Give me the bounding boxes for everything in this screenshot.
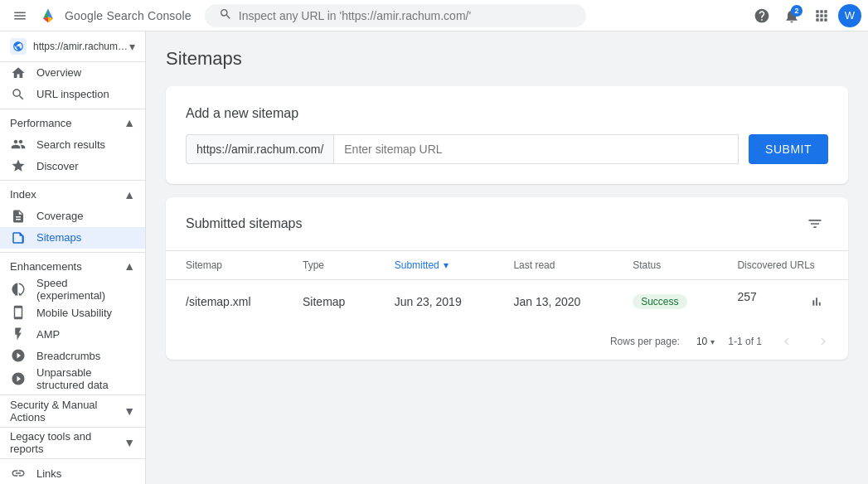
chevron-up-icon: ▲ [124,188,135,201]
col-submitted[interactable]: Submitted ▾ [375,251,494,280]
submitted-sitemaps-title: Submitted sitemaps [186,216,303,231]
app-title: Google Search Console [65,9,192,22]
star-icon [10,157,27,174]
sidebar-item-search-results[interactable]: Search results [0,133,145,155]
mobile-icon [10,304,27,321]
header-actions: 2 W [749,2,861,29]
status-badge: Success [633,294,686,309]
notifications-icon[interactable]: 2 [778,2,805,29]
submit-button[interactable]: SUBMIT [749,134,828,164]
search-icon [10,86,27,103]
chevron-down-icon: ▼ [124,404,135,418]
sidebar-item-label: Unparsable structured data [36,366,135,391]
sidebar-section-index[interactable]: Index ▲ [0,184,145,206]
apps-icon[interactable] [808,2,835,29]
sidebar-item-sitemaps[interactable]: Sitemaps [0,227,145,249]
site-url: https://amir.rachum.com/ [33,41,129,52]
chart-icon [10,136,27,152]
sidebar-item-url-inspection[interactable]: URL inspection [0,84,145,105]
submitted-sitemaps-header: Submitted sitemaps [166,197,848,251]
cell-type: Sitemap [283,280,375,324]
sitemap-url-input[interactable] [333,134,739,164]
sidebar-item-breadcrumbs[interactable]: Breadcrumbs [0,345,145,366]
search-bar[interactable] [205,4,586,27]
table-row: /sitemap.xml Sitemap Jun 23, 2019 Jan 13… [166,280,848,324]
rows-per-page-label: Rows per page: [610,336,680,347]
cell-submitted: Jun 23, 2019 [375,280,494,324]
home-icon [10,65,27,81]
unparsable-icon [10,370,27,387]
sidebar-item-discover[interactable]: Discover [0,155,145,177]
sidebar-item-mobile-usability[interactable]: Mobile Usability [0,302,145,323]
search-input[interactable] [239,9,572,22]
next-page-button[interactable] [812,330,835,353]
filter-icon[interactable] [802,211,828,237]
col-sitemap: Sitemap [166,251,283,280]
divider [0,458,145,459]
col-discovered-urls: Discovered URLs [717,251,848,280]
sidebar-item-label: Overview [36,66,81,79]
add-sitemap-card: Add a new sitemap https://amir.rachum.co… [166,86,848,184]
divider [0,252,145,253]
pagination: Rows per page: 10 ▾ 1-1 of 1 [166,323,848,360]
sidebar-item-label: Coverage [36,210,83,222]
sidebar-item-label: Speed (experimental) [36,277,135,302]
main-content: Sitemaps Add a new sitemap https://amir.… [146,31,868,484]
user-avatar[interactable]: W [838,4,861,27]
sort-arrow-icon: ▾ [444,259,449,271]
sidebar-item-label: AMP [36,328,60,341]
layout: https://amir.rachum.com/ ▾ Overview URL … [0,31,868,484]
add-sitemap-title: Add a new sitemap [186,106,828,121]
menu-icon[interactable] [7,2,33,29]
cell-sitemap: /sitemap.xml [166,280,283,324]
help-icon[interactable] [749,2,775,29]
sidebar-item-label: Search results [36,138,105,151]
col-last-read: Last read [493,251,613,280]
col-status: Status [613,251,717,280]
sidebar-section-security[interactable]: Security & Manual Actions ▼ [0,399,145,424]
chevron-down-icon: ▾ [710,337,715,346]
cell-last-read: Jan 13, 2020 [493,280,613,324]
link-icon [10,465,27,482]
prev-page-button[interactable] [775,330,798,353]
breadcrumb-icon [10,347,27,364]
app-header: Google Search Console 2 W [0,0,868,31]
sidebar-item-links[interactable]: Links [0,462,145,484]
sitemap-url-prefix: https://amir.rachum.com/ [186,134,333,164]
sidebar-item-unparsable[interactable]: Unparsable structured data [0,366,145,391]
cell-discovered-urls: 257 [717,280,848,324]
rows-per-page-select[interactable]: 10 ▾ [696,336,715,347]
sidebar-section-performance[interactable]: Performance ▲ [0,113,145,134]
sitemaps-table: Sitemap Type Submitted ▾ Last read [166,251,848,323]
section-label: Legacy tools and reports [10,430,124,455]
sidebar: https://amir.rachum.com/ ▾ Overview URL … [0,31,146,484]
section-label: Performance [10,117,71,129]
sitemap-icon [10,230,27,246]
col-type: Type [283,251,375,280]
divider [0,109,145,109]
sidebar-section-legacy[interactable]: Legacy tools and reports ▼ [0,430,145,455]
sidebar-item-label: Mobile Usability [36,307,112,319]
site-selector[interactable]: https://amir.rachum.com/ ▾ [0,31,145,62]
sidebar-item-speed[interactable]: Speed (experimental) [0,277,145,302]
rows-per-page-value: 10 [696,336,707,347]
sidebar-section-enhancements[interactable]: Enhancements ▲ [0,255,145,277]
cell-status: Success [613,280,717,324]
document-icon [10,208,27,225]
page-title: Sitemaps [166,48,848,70]
divider [0,394,145,395]
chevron-down-icon: ▼ [124,436,135,449]
chart-button[interactable] [805,290,828,313]
divider [0,427,145,428]
chevron-up-icon: ▲ [124,116,135,129]
search-icon [219,7,232,24]
section-label: Index [10,188,36,201]
app-logo: Google Search Console [36,4,192,27]
chevron-down-icon: ▾ [129,40,135,53]
speed-icon [10,281,27,298]
page-range: 1-1 of 1 [728,336,762,347]
sidebar-item-amp[interactable]: AMP [0,323,145,345]
sidebar-item-coverage[interactable]: Coverage [0,206,145,227]
sidebar-item-overview[interactable]: Overview [0,62,145,84]
submitted-sitemaps-card: Submitted sitemaps Sitemap Type [166,197,848,360]
